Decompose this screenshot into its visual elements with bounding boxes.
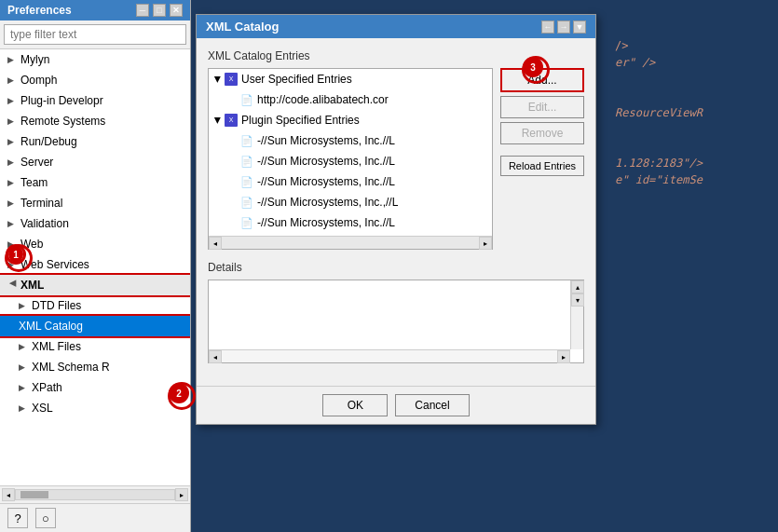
sidebar-item-xml[interactable]: XML bbox=[0, 275, 190, 295]
help-button[interactable]: ? bbox=[7, 508, 28, 528]
close-button[interactable]: ✕ bbox=[170, 4, 183, 17]
hscroll-right-btn[interactable]: ▸ bbox=[557, 350, 570, 363]
sidebar-item-dtd-files[interactable]: DTD Files bbox=[0, 295, 190, 316]
plugin-specified-label: Plugin Specified Entries bbox=[241, 112, 360, 129]
preferences-tree: Mylyn Oomph Plug-in Developr Remote Syst… bbox=[0, 49, 190, 485]
code-line bbox=[615, 71, 769, 88]
arrow-icon bbox=[19, 379, 28, 396]
sidebar-item-label: XML Files bbox=[32, 338, 81, 355]
minimize-button[interactable]: ─ bbox=[136, 4, 149, 17]
scroll-right-btn[interactable]: ▸ bbox=[175, 488, 188, 501]
ok-button[interactable]: OK bbox=[322, 394, 388, 416]
maximize-button[interactable]: □ bbox=[153, 4, 166, 17]
sidebar-item-team[interactable]: Team bbox=[0, 172, 190, 193]
sidebar-item-validation[interactable]: Validation bbox=[0, 213, 190, 234]
sidebar-item-xsl[interactable]: XSL bbox=[0, 398, 190, 418]
plugin-specified-group[interactable]: ▶ X Plugin Specified Entries bbox=[209, 110, 492, 130]
sidebar-item-remote-systems[interactable]: Remote Systems bbox=[0, 111, 190, 131]
code-line: /> bbox=[615, 37, 769, 54]
sidebar-item-label: XPath bbox=[32, 379, 62, 396]
plugin-entry-1[interactable]: 📄 -//Sun Microsystems, Inc.//L bbox=[209, 130, 492, 151]
horizontal-scrollbar[interactable]: ◂ ▸ bbox=[0, 485, 190, 503]
hscroll-right[interactable]: ▸ bbox=[479, 237, 492, 250]
file-icon: 📄 bbox=[240, 132, 253, 149]
xml-catalog-dialog: XML Catalog ← → ▼ XML Catalog Entries ▶ … bbox=[196, 14, 596, 425]
cancel-button[interactable]: Cancel bbox=[395, 394, 469, 416]
vscroll-up[interactable]: ▴ bbox=[571, 280, 584, 293]
dialog-content: XML Catalog Entries ▶ X User Specified E… bbox=[197, 38, 595, 386]
nav-back-btn[interactable]: ← bbox=[541, 20, 554, 34]
sidebar-item-label: Web Services bbox=[20, 256, 89, 273]
details-section: Details ▴ ▾ ◂ ▸ bbox=[208, 261, 584, 363]
sidebar-item-plugin-dev[interactable]: Plug-in Developr bbox=[0, 90, 190, 111]
plugin-entry-label: -//Sun Microsystems, Inc.//L bbox=[257, 132, 395, 149]
user-entry-label: http://code.alibabatech.cor bbox=[257, 91, 389, 108]
sidebar-item-server[interactable]: Server bbox=[0, 152, 190, 172]
details-vscroll[interactable]: ▴ ▾ bbox=[570, 280, 583, 349]
file-icon: 📄 bbox=[240, 194, 253, 211]
sidebar-item-xml-files[interactable]: XML Files bbox=[0, 336, 190, 357]
plugin-entry-4[interactable]: 📄 -//Sun Microsystems, Inc.,//L bbox=[209, 192, 492, 212]
arrow-icon bbox=[7, 215, 17, 232]
window-controls: ─ □ ✕ bbox=[136, 4, 183, 17]
filter-input[interactable] bbox=[4, 24, 186, 45]
xml-folder-icon: X bbox=[225, 114, 238, 127]
dialog-title: XML Catalog bbox=[206, 20, 280, 34]
preferences-title: Preferences bbox=[7, 4, 72, 17]
sidebar-item-web-services[interactable]: Web Services bbox=[0, 254, 190, 275]
nav-dropdown-btn[interactable]: ▼ bbox=[573, 20, 586, 34]
user-specified-label: User Specified Entries bbox=[241, 71, 352, 88]
nav-forward-btn[interactable]: → bbox=[557, 20, 570, 34]
sidebar-item-terminal[interactable]: Terminal bbox=[0, 193, 190, 213]
arrow-icon bbox=[7, 92, 17, 109]
add-button[interactable]: Add... bbox=[500, 68, 584, 92]
hscroll-left-btn[interactable]: ◂ bbox=[209, 350, 222, 363]
user-specified-group[interactable]: ▶ X User Specified Entries bbox=[209, 69, 492, 89]
sidebar-item-label: Validation bbox=[20, 215, 69, 232]
remove-button[interactable]: Remove bbox=[500, 122, 584, 144]
file-icon: 📄 bbox=[240, 153, 253, 170]
hscroll-left[interactable]: ◂ bbox=[209, 237, 222, 250]
scroll-thumb bbox=[20, 491, 48, 498]
entries-label: XML Catalog Entries bbox=[208, 49, 584, 62]
file-icon: 📄 bbox=[240, 214, 253, 231]
details-hscroll[interactable]: ◂ ▸ bbox=[209, 349, 570, 362]
sidebar-item-label: Web bbox=[20, 236, 43, 252]
code-line: ResourceViewR bbox=[615, 104, 769, 121]
plugin-entry-2[interactable]: 📄 -//Sun Microsystems, Inc.//L bbox=[209, 151, 492, 171]
sidebar-item-label: XML bbox=[20, 277, 44, 293]
sidebar-item-web[interactable]: Web bbox=[0, 234, 190, 254]
sidebar-item-xml-schema[interactable]: XML Schema R bbox=[0, 357, 190, 377]
vscroll-down[interactable]: ▾ bbox=[571, 293, 584, 307]
sidebar-item-label: Plug-in Developr bbox=[20, 92, 103, 109]
tree-hscroll[interactable]: ◂ ▸ bbox=[209, 236, 492, 249]
sidebar-item-xpath[interactable]: XPath bbox=[0, 377, 190, 398]
sidebar-item-run-debug[interactable]: Run/Debug bbox=[0, 131, 190, 152]
sidebar-item-label: XML Catalog bbox=[19, 318, 83, 334]
code-line bbox=[615, 138, 769, 155]
plugin-entry-3[interactable]: 📄 -//Sun Microsystems, Inc.//L bbox=[209, 171, 492, 192]
code-line bbox=[615, 88, 769, 104]
reload-entries-button[interactable]: Reload Entries bbox=[500, 156, 584, 176]
catalog-tree-panel: ▶ X User Specified Entries 📄 http://code… bbox=[208, 68, 493, 250]
sidebar-item-oomph[interactable]: Oomph bbox=[0, 70, 190, 90]
arrow-icon bbox=[4, 280, 20, 290]
search-box bbox=[0, 20, 190, 49]
plugin-entry-5[interactable]: 📄 -//Sun Microsystems, Inc.//L bbox=[209, 212, 492, 233]
user-entry-1[interactable]: 📄 http://code.alibabatech.cor bbox=[209, 89, 492, 110]
arrow-icon bbox=[7, 113, 17, 130]
hscroll-track bbox=[222, 350, 557, 362]
sidebar-item-label: Server bbox=[20, 154, 53, 171]
sidebar-item-mylyn[interactable]: Mylyn bbox=[0, 49, 190, 70]
scroll-left-btn[interactable]: ◂ bbox=[2, 488, 15, 501]
edit-button[interactable]: Edit... bbox=[500, 96, 584, 118]
sidebar-item-label: Run/Debug bbox=[20, 133, 77, 150]
sidebar-item-xml-catalog[interactable]: XML Catalog bbox=[0, 316, 190, 336]
plugin-entry-label: -//Sun Microsystems, Inc.,//L bbox=[257, 194, 398, 211]
hscroll-track bbox=[222, 237, 479, 249]
arrow-icon bbox=[19, 359, 28, 375]
arrow-icon bbox=[19, 338, 28, 355]
sidebar-item-label: Oomph bbox=[20, 72, 57, 89]
restore-button[interactable]: ○ bbox=[35, 508, 56, 528]
arrow-icon bbox=[7, 174, 17, 191]
